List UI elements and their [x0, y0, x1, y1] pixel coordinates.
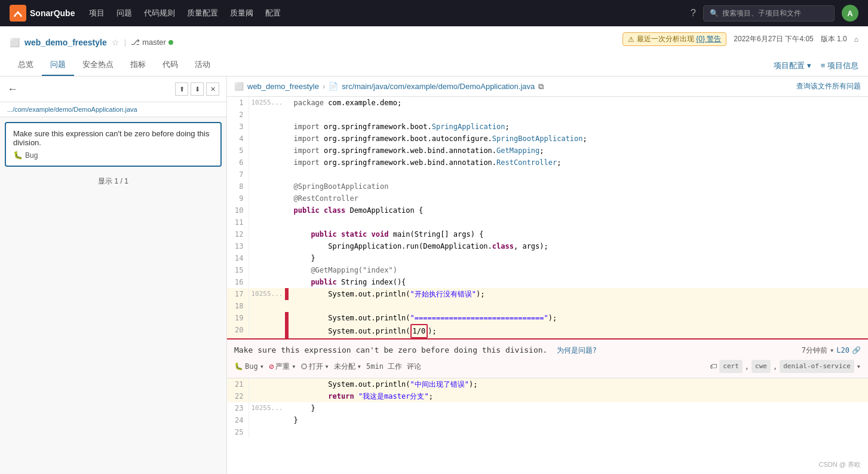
severity-dropdown[interactable]: ▾	[292, 360, 296, 372]
project-bar: ⬜ web_demo_freestyle ☆ | ⎇ master ⚠ 最近一次…	[10, 26, 858, 52]
link-icon[interactable]: 🔗	[852, 344, 861, 356]
nav-item-quality-profiles[interactable]: 质量配置	[187, 8, 218, 19]
nav-menu: 项目 问题 代码规则 质量配置 质量阈 配置	[89, 8, 281, 19]
code-table: 1 10255... package com.example.demo; 2 3	[227, 97, 868, 438]
status-icon	[301, 363, 307, 369]
user-avatar[interactable]: A	[842, 5, 858, 22]
analysis-warning-text: 最近一次分析出现 {0} 警告	[637, 34, 721, 44]
view-all-issues[interactable]: 查询该文件所有问题	[796, 81, 861, 91]
issue-code-highlight: 1/0	[410, 324, 428, 338]
tab-overview[interactable]: 总览	[10, 54, 42, 76]
table-row: 25	[227, 426, 868, 438]
project-config-link[interactable]: 项目配置 ▾	[774, 60, 811, 71]
issue-popup-row: Make sure this expression can't be zero …	[227, 338, 868, 378]
tags-dropdown[interactable]: ▾	[857, 360, 861, 372]
help-icon[interactable]: ?	[691, 8, 696, 19]
tag-cwe[interactable]: cwe	[752, 360, 771, 373]
back-button[interactable]: ←	[7, 83, 18, 96]
type-dropdown[interactable]: ▾	[260, 360, 264, 372]
star-icon[interactable]: ☆	[112, 38, 119, 47]
logo[interactable]: SonarQube	[10, 5, 75, 22]
issue-popup: Make sure this expression can't be zero …	[227, 338, 868, 378]
issue-assigned-badge[interactable]: 未分配 ▾	[334, 360, 361, 372]
tab-activity[interactable]: 活动	[186, 54, 219, 76]
pagination: 显示 1 / 1	[0, 172, 226, 191]
table-row: 17 10255... System.out.println("开始执行没有错误…	[227, 288, 868, 300]
status-dropdown[interactable]: ▾	[325, 360, 329, 372]
home-icon[interactable]: ⌂	[854, 35, 858, 44]
table-row: 7	[227, 169, 868, 181]
left-panel: ← ⬆ ⬇ ✕ .../com/example/demo/DemoApplica…	[0, 77, 227, 474]
nav-item-projects[interactable]: 项目	[89, 8, 105, 19]
issue-comment-badge[interactable]: 评论	[407, 360, 421, 372]
table-row: 19 System.out.println("=================…	[227, 312, 868, 324]
issue-severity-badge[interactable]: ⊘ 严重 ▾	[269, 360, 296, 372]
warning-icon: ⚠	[628, 35, 634, 44]
severity-icon: ⊘	[269, 360, 274, 372]
tab-code[interactable]: 代码	[154, 54, 186, 76]
analysis-warning-badge[interactable]: ⚠ 最近一次分析出现 {0} 警告	[622, 32, 726, 46]
table-row: 18	[227, 300, 868, 312]
table-row: 22 return "我这是master分支";	[227, 390, 868, 402]
logo-icon	[10, 5, 26, 22]
copy-icon[interactable]: ⧉	[538, 82, 544, 91]
tag-denial-of-service[interactable]: denial-of-service	[780, 360, 854, 373]
issue-popup-title: Make sure this expression can't be zero …	[234, 345, 547, 354]
issue-effort-badge: 5min 工作	[366, 360, 402, 372]
file-breadcrumb[interactable]: .../com/example/demo/DemoApplication.jav…	[0, 102, 226, 117]
search-box[interactable]: 🔍 搜索项目、子项目和文件	[703, 5, 835, 22]
issue-card-type: 🐛 Bug	[13, 151, 213, 160]
code-panel[interactable]: ⬜ web_demo_freestyle › 📄 src/main/java/c…	[227, 77, 868, 474]
branch-status-dot	[168, 40, 173, 45]
table-row: 11	[227, 216, 868, 228]
time-separator: ▾	[830, 344, 834, 356]
project-actions: 项目配置 ▾ ≡ 项目信息	[774, 60, 858, 76]
panel-expand-button[interactable]: ⬆	[175, 82, 188, 96]
panel-close-button[interactable]: ✕	[206, 82, 219, 96]
issue-status-badge[interactable]: 打开 ▾	[301, 360, 329, 372]
issue-card[interactable]: Make sure this expression can't be zero …	[5, 122, 222, 167]
nav-item-rules[interactable]: 代码规则	[144, 8, 175, 19]
panel-split-button[interactable]: ⬇	[191, 82, 204, 96]
branch-name: master	[142, 38, 166, 47]
table-row: 2	[227, 109, 868, 121]
tab-security-hotspots[interactable]: 安全热点	[74, 54, 122, 76]
table-row: 3 import org.springframework.boot.Spring…	[227, 121, 868, 133]
bug-icon: 🐛	[13, 151, 23, 160]
nav-item-config[interactable]: 配置	[265, 8, 281, 19]
code-file-header: ⬜ web_demo_freestyle › 📄 src/main/java/c…	[227, 77, 868, 97]
top-navigation: SonarQube 项目 问题 代码规则 质量配置 质量阈 配置 ? 🔍 搜索项…	[0, 0, 868, 26]
nav-item-quality-gates[interactable]: 质量阈	[230, 8, 253, 19]
branch-icon: ⎇	[131, 38, 140, 47]
logo-text: SonarQube	[30, 8, 75, 18]
project-icon: ⬜	[10, 38, 20, 47]
line-label[interactable]: L20	[836, 344, 849, 356]
nav-item-issues[interactable]: 问题	[116, 8, 132, 19]
issue-popup-cell: Make sure this expression can't be zero …	[227, 338, 868, 378]
assign-dropdown[interactable]: ▾	[357, 360, 361, 372]
version-info: 版本 1.0	[821, 34, 847, 44]
issue-type-badge[interactable]: 🐛 Bug ▾	[234, 360, 264, 372]
table-row: 5 import org.springframework.web.bind.an…	[227, 145, 868, 157]
project-file-link[interactable]: web_demo_freestyle	[247, 82, 319, 91]
tab-metrics[interactable]: 指标	[122, 54, 154, 76]
branch-info: ⎇ master	[131, 38, 173, 47]
project-info-link[interactable]: ≡ 项目信息	[821, 60, 858, 71]
table-row: 15 @GetMapping("index")	[227, 264, 868, 276]
branch-separator: |	[124, 38, 126, 47]
nav-right: ? 🔍 搜索项目、子项目和文件 A	[691, 5, 858, 22]
left-panel-header: ← ⬆ ⬇ ✕	[0, 77, 226, 102]
file-path[interactable]: src/main/java/com/example/demo/DemoAppli…	[342, 82, 535, 91]
why-link[interactable]: 为何是问题?	[557, 346, 597, 354]
table-row: 9 @RestController	[227, 192, 868, 204]
tag-cert[interactable]: cert	[719, 360, 743, 373]
time-info: 7分钟前 ▾ L20 🔗	[802, 344, 861, 356]
search-placeholder: 搜索项目、子项目和文件	[722, 8, 801, 19]
table-row: 12 public static void main(String[] args…	[227, 228, 868, 240]
search-icon: 🔍	[710, 9, 719, 17]
table-row: 6 import org.springframework.web.bind.an…	[227, 157, 868, 169]
table-row: 16 public String index(){	[227, 276, 868, 288]
tag-icon: 🏷	[710, 360, 717, 372]
tab-issues[interactable]: 问题	[42, 54, 74, 76]
project-name[interactable]: web_demo_freestyle	[24, 38, 107, 47]
